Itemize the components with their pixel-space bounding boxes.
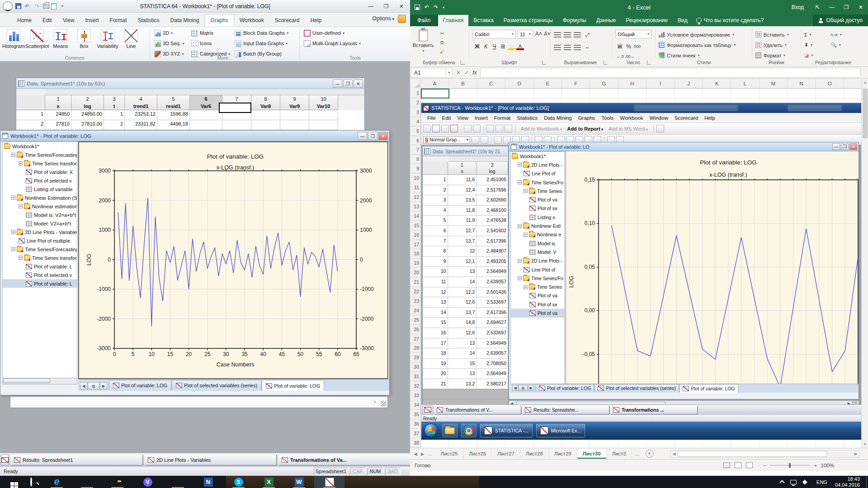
row-header[interactable]: 34 xyxy=(410,400,420,410)
tree-item[interactable]: Workbook1* xyxy=(511,152,564,160)
language-indicator[interactable]: ENG xyxy=(816,479,827,485)
cell[interactable]: 16 xyxy=(423,328,448,338)
close-button[interactable]: ✕ xyxy=(849,143,857,150)
select-icon[interactable] xyxy=(494,136,502,144)
align-top-icon[interactable] xyxy=(554,32,561,38)
cell[interactable]: 23253,12 xyxy=(125,110,157,120)
column-header[interactable]: N xyxy=(788,79,816,89)
cell[interactable]: 8 xyxy=(423,246,448,257)
thousands-button[interactable]: 000 xyxy=(633,42,641,50)
cut-icon[interactable]: ✂ xyxy=(438,30,446,37)
sheet-tab[interactable]: Лист29 xyxy=(549,449,577,459)
cell[interactable]: 24850,00 xyxy=(71,110,104,120)
share-button[interactable]: Общий доступ xyxy=(813,14,868,26)
menu-item[interactable]: Window xyxy=(646,114,671,122)
cell[interactable]: 13 xyxy=(448,267,477,277)
cell[interactable] xyxy=(309,120,338,130)
cancel-icon[interactable]: ✕ xyxy=(456,70,461,76)
cell[interactable]: 27810 xyxy=(45,120,71,130)
cell[interactable] xyxy=(280,110,309,120)
row-header[interactable]: 29 xyxy=(410,353,420,362)
graph-type-button[interactable]: Means xyxy=(49,27,72,49)
tree-item[interactable]: Plot of va xyxy=(511,309,564,317)
cell[interactable]: 19 xyxy=(423,359,448,369)
zoom-slider[interactable] xyxy=(770,465,811,466)
row-header[interactable]: 2 xyxy=(410,98,420,108)
undo-icon[interactable]: ↶ xyxy=(425,4,429,10)
tools-menu-button[interactable]: User-defined xyxy=(304,28,361,38)
bold-button[interactable]: Ж xyxy=(473,42,481,50)
expander-icon[interactable] xyxy=(518,276,522,280)
zoom-level[interactable]: 100% xyxy=(821,463,834,468)
cell[interactable]: 9 xyxy=(423,257,448,267)
ribbon-tab[interactable]: View xyxy=(57,14,80,27)
ribbon-display-icon[interactable]: ⇱ xyxy=(810,0,825,14)
print-icon[interactable] xyxy=(43,4,49,9)
column-header[interactable]: 9Var9 xyxy=(280,95,309,110)
qat-customize-icon[interactable]: ▾ xyxy=(443,5,444,9)
restore-button[interactable]: ❐ xyxy=(368,132,377,140)
cell[interactable]: 17 xyxy=(423,338,448,349)
menu-item[interactable]: Help xyxy=(701,114,718,122)
zoom-out-icon[interactable]: − xyxy=(763,463,766,468)
close-button[interactable]: ✕ xyxy=(854,0,868,14)
cell[interactable] xyxy=(222,120,251,130)
tree-item[interactable]: Time Series transform xyxy=(3,159,77,168)
preview-icon[interactable] xyxy=(473,125,481,132)
scroll-right-icon[interactable]: ▶ xyxy=(528,385,534,391)
tree-item[interactable]: Line Plot of multiple xyxy=(3,236,77,245)
column-header[interactable]: 8Var8 xyxy=(251,95,280,110)
tree-item[interactable]: Nonlinear Estimation (Sp xyxy=(3,193,77,202)
embedded-plot-titlebar[interactable]: Workbook1* - Plot of variable: LO — ❐ ✕ xyxy=(509,142,859,151)
style-menu-button[interactable]: Форматировать как таблицу xyxy=(659,40,736,50)
scroll-up-icon[interactable]: ▲ xyxy=(862,79,868,86)
plot-tab[interactable]: Plot of selected variables (series) xyxy=(172,380,261,390)
cell[interactable]: 2 xyxy=(104,120,125,130)
cell[interactable]: 2,517696 xyxy=(476,185,508,196)
cell[interactable]: 2,580217 xyxy=(476,379,508,389)
add-to-button[interactable]: Add to Workbook xyxy=(518,125,564,132)
graph-type-button[interactable]: Histogram xyxy=(2,27,25,49)
cell[interactable]: 12 xyxy=(448,246,477,257)
expander-icon[interactable] xyxy=(19,161,23,165)
fill-color-icon[interactable]: ◌ xyxy=(508,42,515,50)
cell[interactable]: 14 xyxy=(423,308,448,318)
row-header[interactable]: 10 xyxy=(410,174,420,183)
cut-icon[interactable] xyxy=(486,125,494,132)
expander-icon[interactable] xyxy=(518,180,522,184)
graph-type-button[interactable]: Box xyxy=(72,27,96,49)
taskbar-app-button[interactable]: X xyxy=(254,476,284,488)
cell[interactable]: 11,6 xyxy=(448,175,477,185)
cell[interactable]: 11,8 xyxy=(448,206,477,216)
row-header[interactable]: 21 xyxy=(410,277,420,287)
scroll-down-icon[interactable]: ▼ xyxy=(862,441,868,448)
column-header[interactable]: A xyxy=(421,79,449,89)
scroll-left-icon[interactable]: ◀ xyxy=(80,382,87,389)
document-window-button[interactable]: Results: Spreadshe... xyxy=(523,406,609,414)
taskbar-app-button[interactable]: S xyxy=(223,476,254,488)
currency-icon[interactable]: 🏛 xyxy=(616,42,624,50)
sign-in-button[interactable]: Вход xyxy=(792,4,804,10)
page-layout-icon[interactable] xyxy=(735,462,741,468)
print-icon[interactable] xyxy=(464,125,472,132)
align-right-icon[interactable] xyxy=(574,45,581,50)
select-all-corner[interactable] xyxy=(410,79,421,89)
excel-ribbon-tab[interactable]: Вид xyxy=(673,15,693,26)
excel-ribbon-tab[interactable]: Вставка xyxy=(468,15,499,26)
tree-item[interactable]: 2D Line Plots - Variables xyxy=(3,228,77,236)
normal-view-icon[interactable] xyxy=(723,462,730,468)
cell[interactable]: 18 xyxy=(423,348,448,359)
cell[interactable]: 2,639057 xyxy=(476,277,508,287)
minimize-button[interactable]: — xyxy=(832,143,840,150)
tab-scroll-widget[interactable]: ◀▥▶ xyxy=(512,383,534,392)
tree-item[interactable]: Plot of va xyxy=(511,195,564,204)
align-center-icon[interactable] xyxy=(564,45,571,50)
cell[interactable]: 12,6 xyxy=(448,297,477,308)
row-header[interactable]: 14 xyxy=(410,211,420,221)
row-header[interactable]: 25 xyxy=(410,315,420,325)
cell[interactable]: 1 xyxy=(104,110,125,120)
dialog-launcher-icon[interactable] xyxy=(647,61,651,65)
column-header[interactable]: F xyxy=(562,79,590,89)
cell[interactable]: 2,493205 xyxy=(476,257,508,267)
cell[interactable]: 27810,00 xyxy=(71,120,104,130)
